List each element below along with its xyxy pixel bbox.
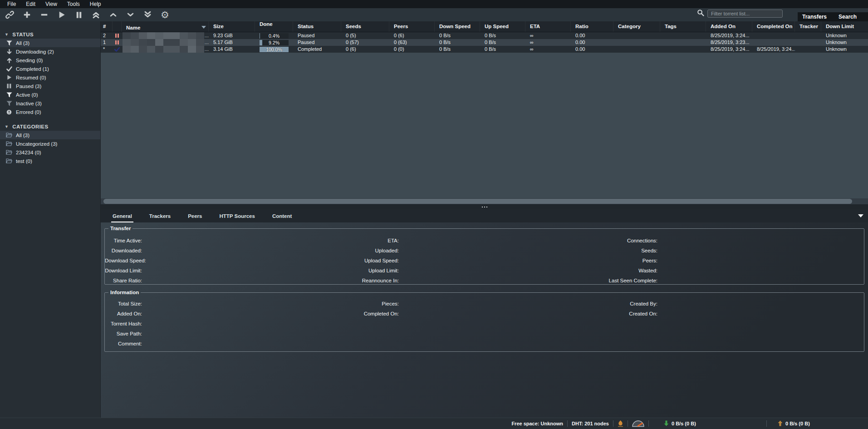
add-torrent-link-button[interactable] bbox=[5, 10, 15, 20]
collapse-panel-icon[interactable] bbox=[858, 214, 863, 217]
panel-resize-handle[interactable] bbox=[101, 204, 868, 209]
column-header-tracker[interactable]: Tracker bbox=[795, 21, 821, 32]
collapse-triangle-icon: ▼ bbox=[5, 124, 9, 129]
transfer-labels-col2: ETA: Uploaded: Upload Speed: Upload Limi… bbox=[250, 236, 399, 286]
redacted-torrent-name bbox=[123, 32, 204, 39]
folder-icon bbox=[6, 150, 12, 155]
sidebar-item-paused[interactable]: Paused (3) bbox=[0, 82, 100, 90]
torrent-table-header: # Name Size Done Status Seeds Peers Down… bbox=[101, 21, 868, 32]
main-view-tabs: Transfers Search bbox=[798, 12, 868, 21]
progress-bar: 100.0% bbox=[260, 47, 289, 52]
double-chevron-down-icon bbox=[143, 10, 152, 19]
progress-bar: 9.2% bbox=[260, 40, 289, 45]
global-download-speed[interactable]: 0 B/s (0 B) bbox=[653, 420, 762, 427]
column-header-tags[interactable]: Tags bbox=[660, 21, 706, 32]
move-up-button[interactable] bbox=[108, 10, 118, 20]
horizontal-scrollbar-thumb[interactable] bbox=[103, 199, 852, 204]
table-row[interactable]: 2 ... 9.23 GiB 0.4% Paused 0 (5) 0 (6) 0… bbox=[101, 32, 868, 39]
column-header-added-on[interactable]: Added On bbox=[706, 21, 752, 32]
column-header-peers[interactable]: Peers bbox=[389, 21, 435, 32]
menu-tools[interactable]: Tools bbox=[62, 0, 85, 8]
sidebar-item-completed[interactable]: Completed (1) bbox=[0, 64, 100, 73]
add-torrent-file-button[interactable] bbox=[22, 10, 32, 20]
filter-torrent-input[interactable] bbox=[707, 10, 783, 18]
sidebar-item-downloading[interactable]: Downloading (2) bbox=[0, 47, 100, 56]
menu-view[interactable]: View bbox=[40, 0, 62, 8]
play-icon bbox=[57, 10, 66, 19]
cell-eta: ∞ bbox=[525, 46, 571, 53]
paused-state-icon bbox=[113, 39, 122, 46]
cell-up-speed: 0 B/s bbox=[480, 46, 525, 53]
column-header-completed-on[interactable]: Completed On bbox=[752, 21, 795, 32]
connection-status-flame-icon[interactable] bbox=[618, 420, 623, 427]
categories-section-header[interactable]: ▼ CATEGORIES bbox=[0, 122, 100, 131]
sidebar-item-seeding[interactable]: Seeding (0) bbox=[0, 56, 100, 64]
column-header-eta[interactable]: ETA bbox=[525, 21, 571, 32]
sidebar-item-active[interactable]: Active (0) bbox=[0, 90, 100, 99]
column-header-down-speed[interactable]: Down Speed bbox=[435, 21, 480, 32]
transfer-values-col1 bbox=[142, 236, 250, 286]
cell-done: 100.0% bbox=[255, 46, 293, 53]
sidebar-category-test[interactable]: test (0) bbox=[0, 157, 100, 165]
cell-seeds: 0 (6) bbox=[341, 46, 389, 53]
column-header-ratio[interactable]: Ratio bbox=[571, 21, 613, 32]
menu-help[interactable]: Help bbox=[85, 0, 106, 8]
pause-button[interactable] bbox=[74, 10, 84, 20]
tab-content[interactable]: Content bbox=[270, 209, 294, 222]
tab-search[interactable]: Search bbox=[839, 14, 857, 20]
link-icon bbox=[5, 10, 15, 20]
tab-general[interactable]: General bbox=[110, 209, 135, 222]
column-header-status[interactable]: Status bbox=[293, 21, 341, 32]
tab-http-sources[interactable]: HTTP Sources bbox=[217, 209, 258, 222]
horizontal-scrollbar bbox=[101, 198, 868, 204]
download-arrow-icon bbox=[664, 420, 669, 427]
resume-button[interactable] bbox=[56, 10, 67, 20]
menu-edit[interactable]: Edit bbox=[21, 0, 40, 8]
sidebar-item-inactive[interactable]: Inactive (3) bbox=[0, 99, 100, 108]
information-legend: Information bbox=[108, 290, 141, 295]
pause-icon bbox=[6, 84, 12, 89]
move-top-button[interactable] bbox=[91, 10, 101, 20]
column-header-size[interactable]: Size bbox=[209, 21, 255, 32]
column-header-seeds[interactable]: Seeds bbox=[341, 21, 389, 32]
menu-file[interactable]: File bbox=[2, 0, 21, 8]
cell-added-on: 8/25/2019, 3:23... bbox=[706, 39, 752, 46]
alt-speed-gauge-icon[interactable] bbox=[632, 420, 644, 427]
cell-down-limit: Unknown bbox=[821, 32, 868, 39]
tab-transfers[interactable]: Transfers bbox=[802, 14, 827, 20]
column-header-done[interactable]: Done bbox=[255, 21, 293, 32]
delete-torrent-button[interactable] bbox=[39, 10, 49, 20]
arrow-up-icon bbox=[6, 58, 12, 63]
column-header-down-limit[interactable]: Down Limit bbox=[821, 21, 868, 32]
column-header-name[interactable]: Name bbox=[122, 21, 209, 32]
sidebar-item-all[interactable]: All (3) bbox=[0, 39, 100, 47]
properties-tabs: General Trackers Peers HTTP Sources Cont… bbox=[101, 209, 868, 222]
sidebar-category-uncategorized[interactable]: Uncategorized (3) bbox=[0, 139, 100, 148]
cell-category bbox=[613, 39, 660, 46]
status-section-header[interactable]: ▼ STATUS bbox=[0, 30, 100, 39]
cell-peers: 0 (6) bbox=[389, 32, 435, 39]
move-bottom-button[interactable] bbox=[142, 10, 153, 20]
move-down-button[interactable] bbox=[125, 10, 136, 20]
table-row[interactable]: * ... 3.14 GiB 100.0% Completed 0 (6) 0 … bbox=[101, 46, 868, 53]
cell-status: Paused bbox=[293, 32, 341, 39]
cell-completed-on bbox=[752, 39, 795, 46]
global-upload-speed[interactable]: 0 B/s (0 B) bbox=[771, 420, 814, 427]
properties-panel: Transfer Time Active: Downloaded: Downlo… bbox=[101, 222, 868, 418]
sidebar-item-errored[interactable]: Errored (0) bbox=[0, 108, 100, 116]
table-row[interactable]: 1 ... 5.17 GiB 9.2% Paused 0 (57) 0 (63)… bbox=[101, 39, 868, 46]
sidebar-category-all[interactable]: All (3) bbox=[0, 131, 100, 139]
column-header-category[interactable]: Category bbox=[613, 21, 660, 32]
sidebar-category-234234[interactable]: 234234 (0) bbox=[0, 148, 100, 157]
sidebar-item-resumed[interactable]: Resumed (0) bbox=[0, 73, 100, 82]
separator bbox=[648, 420, 649, 427]
options-button[interactable]: ⚙ bbox=[160, 10, 170, 20]
column-header-up-speed[interactable]: Up Speed bbox=[480, 21, 525, 32]
information-labels-col1: Total Size: Added On: Torrent Hash: Save… bbox=[105, 299, 142, 349]
column-header-number[interactable]: # bbox=[101, 21, 113, 32]
cell-tags bbox=[660, 39, 706, 46]
column-header-state[interactable] bbox=[113, 21, 122, 32]
tab-peers[interactable]: Peers bbox=[185, 209, 205, 222]
tab-trackers[interactable]: Trackers bbox=[147, 209, 173, 222]
folder-icon bbox=[6, 141, 12, 146]
